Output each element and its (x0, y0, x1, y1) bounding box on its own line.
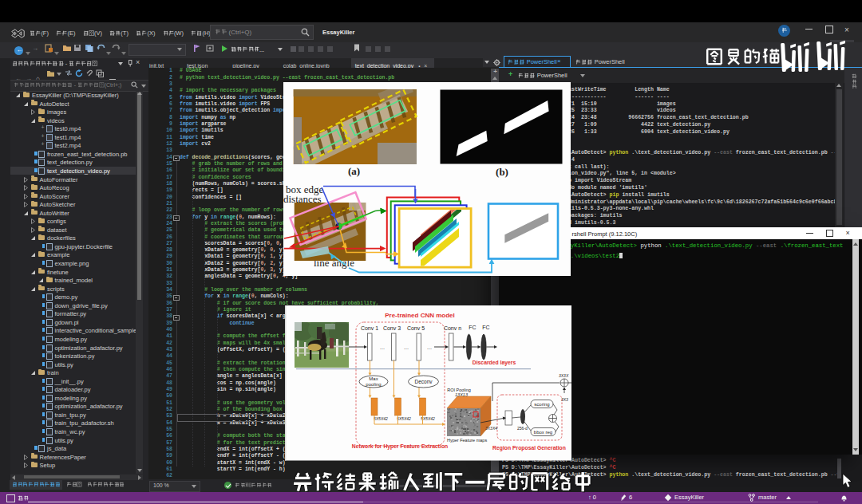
svg-text:bbox reg: bbox reg (534, 430, 552, 435)
svg-text:Discarded layers: Discarded layers (473, 360, 516, 366)
svg-text:5X5X42: 5X5X42 (397, 416, 411, 421)
svg-text:3X3: 3X3 (561, 397, 568, 402)
svg-text:Conv 5: Conv 5 (407, 325, 425, 331)
svg-text:Deconv: Deconv (414, 379, 433, 384)
svg-text:(b): (b) (496, 166, 508, 178)
svg-text:Pre-trained CNN model: Pre-trained CNN model (385, 312, 455, 319)
svg-text:Hyper Feature maps: Hyper Feature maps (447, 438, 487, 443)
svg-text:3X3X4: 3X3X4 (485, 426, 497, 431)
svg-text:Conv 3: Conv 3 (383, 325, 401, 331)
svg-text:scoring: scoring (534, 402, 549, 407)
svg-text:Region Proposal Generation: Region Proposal Generation (492, 445, 566, 451)
svg-text:...: ... (380, 345, 385, 350)
svg-text:...: ... (404, 345, 409, 350)
svg-text:(a): (a) (348, 165, 360, 177)
svg-text:Conv n: Conv n (444, 325, 461, 331)
svg-text:Network for Hyper Feature Extr: Network for Hyper Feature Extraction (352, 443, 449, 450)
svg-text:pooling: pooling (366, 382, 381, 387)
svg-text:Conv 1: Conv 1 (361, 325, 378, 331)
svg-text:...: ... (427, 345, 432, 350)
svg-text:FC: FC (469, 325, 476, 330)
svg-text:FC: FC (482, 325, 489, 330)
svg-text:3X3X: 3X3X (559, 373, 569, 378)
svg-text:5X5X42: 5X5X42 (374, 416, 388, 421)
svg-text:Max: Max (369, 376, 378, 381)
svg-text:256-d: 256-d (517, 426, 528, 431)
